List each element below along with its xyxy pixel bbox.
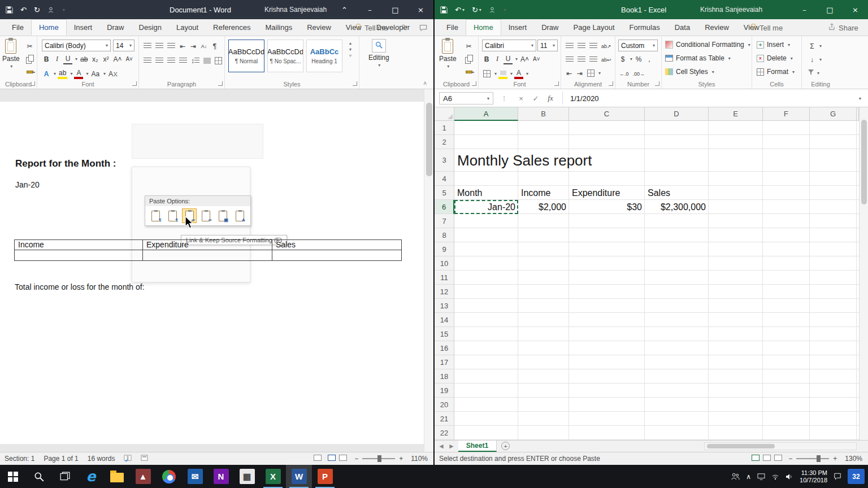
paste-option-keep-source-formatting-icon[interactable]: ¶ xyxy=(149,208,163,223)
row-header-13[interactable]: 13 xyxy=(435,299,454,313)
mail-icon[interactable]: ✉ xyxy=(182,465,208,488)
column-header-c[interactable]: C xyxy=(569,107,645,121)
word-icon[interactable]: W xyxy=(286,465,312,488)
undo-icon[interactable]: ↶▾ xyxy=(455,6,465,14)
increase-decimal-button[interactable]: ←.0 xyxy=(618,68,630,79)
word-tellme[interactable]: Tell me xyxy=(355,19,388,36)
action-center-icon[interactable] xyxy=(834,473,841,480)
excel-zoom-level[interactable]: 130% xyxy=(840,455,868,463)
name-box[interactable]: A6▾ xyxy=(439,92,493,104)
align-right-button[interactable] xyxy=(166,55,176,66)
cut-button[interactable]: ✂ xyxy=(465,41,474,51)
doc-table-header-income[interactable]: Income xyxy=(14,239,143,250)
row-header-21[interactable]: 21 xyxy=(435,412,454,426)
doc-table[interactable]: Income Expenditure Sales xyxy=(15,239,402,261)
word-font-size-combo[interactable]: 14▾ xyxy=(113,40,134,51)
row-header-14[interactable]: 14 xyxy=(435,313,454,327)
bottom-align-button[interactable] xyxy=(588,41,598,51)
zoom-out-icon[interactable]: − xyxy=(784,455,793,463)
doc-table-cell[interactable] xyxy=(272,250,402,261)
styles-more-icon[interactable]: ▿ xyxy=(349,53,351,58)
align-center-button[interactable] xyxy=(576,54,587,65)
cell-C6[interactable]: $30 xyxy=(569,200,645,214)
excel-tab-draw[interactable]: Draw xyxy=(534,19,566,36)
grow-font-button[interactable]: A˄ xyxy=(112,54,123,64)
format-painter-button[interactable] xyxy=(465,67,474,77)
clipboard-dialog-launcher-icon[interactable] xyxy=(31,81,35,86)
excel-font-size-combo[interactable]: 11▾ xyxy=(537,40,558,51)
excel-zoom-slider[interactable] xyxy=(796,458,829,459)
row-header-20[interactable]: 20 xyxy=(435,398,454,412)
status-section[interactable]: Section: 1 xyxy=(0,455,39,463)
cell-A6[interactable]: Jan-20 xyxy=(454,200,518,214)
row-header-15[interactable]: 15 xyxy=(435,327,454,341)
excel-scrollbar-thumb[interactable] xyxy=(861,120,867,204)
cell-D6[interactable]: $2,300,000 xyxy=(645,200,709,214)
maximize-button[interactable]: □ xyxy=(817,0,843,19)
chrome-icon[interactable] xyxy=(156,465,182,488)
row-header-1[interactable]: 1 xyxy=(435,121,454,135)
excel-tab-insert[interactable]: Insert xyxy=(501,19,535,36)
word-zoom-level[interactable]: 110% xyxy=(406,455,433,463)
task-view-icon[interactable] xyxy=(52,465,78,488)
top-align-button[interactable] xyxy=(565,41,575,51)
word-signed-in-user[interactable]: Krishna Sanjeevaiah xyxy=(264,0,327,19)
doc-table-cell[interactable] xyxy=(14,250,143,261)
decrease-indent-button[interactable]: ⇤ xyxy=(178,41,187,51)
taskbar-clock[interactable]: 11:30 PM 10/7/2018 xyxy=(800,469,827,484)
delete-cells-button[interactable]: × Delete▾ xyxy=(757,54,793,62)
cancel-entry-icon[interactable]: × xyxy=(515,92,527,104)
new-sheet-icon[interactable]: + xyxy=(501,442,510,450)
zoom-out-icon[interactable]: − xyxy=(349,455,359,463)
percent-style-button[interactable]: % xyxy=(634,54,643,64)
show-paragraph-marks-button[interactable]: ¶ xyxy=(210,41,219,51)
word-comments-icon[interactable] xyxy=(419,19,427,36)
underline-menu-icon[interactable]: ▾ xyxy=(515,56,518,62)
expand-formula-bar-icon[interactable]: ▾ xyxy=(853,92,866,104)
page-layout-view-icon[interactable] xyxy=(761,455,772,463)
sheet-nav-right-icon[interactable]: ► xyxy=(448,441,458,452)
column-header-f[interactable]: F xyxy=(763,107,810,121)
clear-formatting-button[interactable]: A𝚡 xyxy=(107,68,119,79)
cell-A5[interactable]: Month xyxy=(454,186,518,200)
paste-option-keep-text-only-icon[interactable]: A xyxy=(232,208,247,223)
align-left-button[interactable] xyxy=(565,54,575,65)
excel-horizontal-scrollbar[interactable] xyxy=(704,442,857,450)
text-highlight-button[interactable]: ab xyxy=(58,68,67,79)
close-button[interactable]: × xyxy=(843,0,868,19)
word-tab-layout[interactable]: Layout xyxy=(169,19,206,36)
print-layout-icon[interactable] xyxy=(326,455,337,463)
bullets-button[interactable] xyxy=(142,41,153,51)
alignment-dialog-launcher-icon[interactable] xyxy=(609,81,613,86)
zoom-in-icon[interactable]: + xyxy=(398,455,406,463)
comma-style-button[interactable]: , xyxy=(645,54,654,64)
file-explorer-icon[interactable] xyxy=(104,465,130,488)
normal-view-icon[interactable] xyxy=(750,455,761,463)
row-header-16[interactable]: 16 xyxy=(435,341,454,355)
column-header-g[interactable]: G xyxy=(810,107,857,121)
word-tab-references[interactable]: References xyxy=(206,19,258,36)
increase-indent-button[interactable]: ⇥ xyxy=(575,68,584,79)
save-icon[interactable] xyxy=(6,6,13,14)
row-header-6[interactable]: 6 xyxy=(435,200,454,214)
italic-button[interactable]: I xyxy=(53,54,62,64)
excel-tab-formulas[interactable]: Formulas xyxy=(622,19,667,36)
word-tab-draw[interactable]: Draw xyxy=(99,19,131,36)
redo-icon[interactable]: ↻▾ xyxy=(472,6,481,14)
cut-button[interactable]: ✂ xyxy=(25,41,34,51)
confirm-entry-icon[interactable]: ✓ xyxy=(530,92,542,104)
powerpoint-icon[interactable]: P xyxy=(312,465,338,488)
copy-button[interactable] xyxy=(25,54,34,64)
paste-option-merge-formatting-icon[interactable]: ¶ xyxy=(166,208,180,223)
row-header-3[interactable]: 3 xyxy=(435,149,454,172)
excel-zoom-thumb[interactable] xyxy=(817,455,821,462)
sheet-nav-left-icon[interactable]: ◄ xyxy=(435,441,448,452)
font-color-button[interactable]: A xyxy=(514,68,523,79)
row-header-2[interactable]: 2 xyxy=(435,135,454,149)
font-color-button[interactable]: A xyxy=(74,68,83,79)
onenote-icon[interactable]: N xyxy=(208,465,234,488)
network-icon[interactable] xyxy=(771,473,779,480)
collapse-ribbon-icon[interactable]: ˄ xyxy=(423,80,427,86)
row-header-10[interactable]: 10 xyxy=(435,256,454,271)
display-icon[interactable] xyxy=(757,473,765,480)
